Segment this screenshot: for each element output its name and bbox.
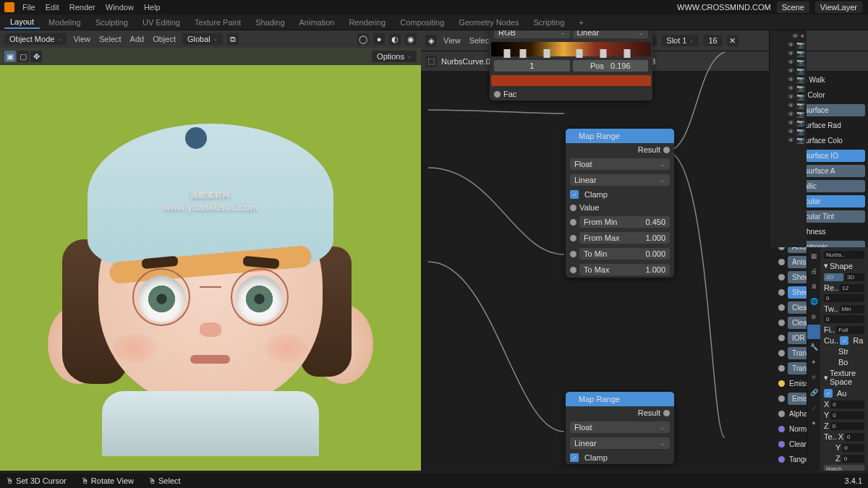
eye[interactable]: 👁 bbox=[788, 119, 794, 127]
cam[interactable]: 📷 bbox=[796, 67, 804, 74]
pt-particle[interactable]: ✦ bbox=[807, 355, 820, 369]
viewport-3d[interactable]: Object Mode⌄ View Select Add Object Glob… bbox=[0, 30, 421, 471]
y-f[interactable]: 0 bbox=[830, 411, 864, 419]
sk[interactable] bbox=[778, 259, 785, 265]
sk[interactable] bbox=[778, 335, 785, 341]
sock-fmax[interactable] bbox=[570, 235, 576, 241]
tab-layout[interactable]: Layout bbox=[4, 16, 40, 29]
eye[interactable]: 👁 bbox=[788, 67, 794, 74]
cam[interactable]: 📷 bbox=[796, 111, 804, 118]
outliner[interactable]: 👁▾ 👁📷 👁📷 👁📷 👁📷 👁📷 👁📷 👁📷 👁📷 👁📷 👁📷 👁📷 👁📷 bbox=[769, 30, 807, 247]
pt-physics[interactable]: ⚛ bbox=[807, 370, 820, 385]
eye[interactable]: 👁 bbox=[788, 76, 794, 83]
tab-rendering[interactable]: Rendering bbox=[343, 17, 391, 28]
pt-render[interactable]: ▦ bbox=[807, 249, 820, 263]
shading-solid-icon[interactable]: ● bbox=[373, 33, 385, 45]
pt-data[interactable]: ⟋ bbox=[807, 401, 820, 415]
ne-snap-dd[interactable]: 16 bbox=[703, 35, 722, 46]
tab-scripting[interactable]: Scripting bbox=[527, 17, 570, 28]
sec-tex[interactable]: ▾ Texture Space bbox=[822, 367, 866, 388]
pt-constraint[interactable]: 🔗 bbox=[807, 385, 820, 400]
btn-3d[interactable]: 3D bbox=[845, 273, 864, 281]
to-max[interactable]: To Max1.000 bbox=[579, 264, 670, 275]
pt-mat[interactable]: ● bbox=[807, 416, 820, 430]
from-max[interactable]: From Max1.000 bbox=[579, 232, 670, 244]
cam[interactable]: 📷 bbox=[796, 93, 804, 100]
tab-animation[interactable]: Animation bbox=[294, 17, 341, 28]
tw-v[interactable]: 0 bbox=[824, 315, 864, 323]
eye[interactable]: 👁 bbox=[788, 59, 794, 66]
ra-chk[interactable]: ✓ bbox=[840, 336, 848, 345]
node-header2[interactable]: ⌄Map Range bbox=[566, 392, 674, 406]
sk[interactable] bbox=[778, 365, 785, 372]
eye[interactable]: 👁 bbox=[788, 111, 794, 118]
cam[interactable]: 📷 bbox=[796, 119, 804, 127]
sk[interactable] bbox=[778, 426, 785, 432]
vp-select[interactable]: Select bbox=[97, 35, 124, 43]
sk[interactable] bbox=[778, 380, 785, 387]
menu-edit[interactable]: Edit bbox=[43, 3, 61, 12]
tab-sculpting[interactable]: Sculpting bbox=[90, 17, 134, 28]
scene-selector[interactable]: Scene bbox=[777, 1, 809, 13]
obj-name[interactable]: Nurbs.. bbox=[824, 251, 864, 259]
eye[interactable]: 👁 bbox=[788, 93, 794, 100]
sk[interactable] bbox=[778, 274, 785, 281]
eye[interactable]: 👁 bbox=[788, 41, 794, 48]
node-map-range-1[interactable]: ⌄Map Range Result Float Linear ✓Clamp Va… bbox=[566, 129, 674, 278]
menu-help[interactable]: Help bbox=[142, 3, 163, 12]
eye[interactable]: 👁 bbox=[788, 102, 794, 109]
from-min[interactable]: From Min0.450 bbox=[579, 216, 670, 228]
pt-view[interactable]: 🖥 bbox=[807, 279, 820, 294]
sk[interactable] bbox=[778, 456, 785, 463]
to-min[interactable]: To Min0.000 bbox=[579, 248, 670, 260]
tab-modeling[interactable]: Modeling bbox=[43, 17, 87, 28]
tz[interactable]: 0 bbox=[842, 455, 864, 463]
ne-slot-dd[interactable]: Slot 1⌄ bbox=[661, 35, 699, 46]
viewlayer-selector[interactable]: ViewLayer bbox=[815, 1, 862, 13]
pos-field[interactable]: Pos 0.196 bbox=[573, 60, 649, 72]
tab-shading[interactable]: Shading bbox=[250, 17, 290, 28]
sk[interactable] bbox=[778, 395, 785, 402]
type2-dd[interactable]: Float bbox=[570, 421, 670, 433]
fac-socket[interactable] bbox=[494, 91, 501, 98]
cam[interactable]: 📷 bbox=[796, 85, 804, 92]
node-editor[interactable]: ◈ View Select Add Node ✓ Use Nodes 📌 Obj… bbox=[421, 30, 868, 471]
editor-type-icon[interactable]: ◈ bbox=[425, 35, 437, 46]
cam[interactable]: 📷 bbox=[796, 76, 804, 83]
tab-add[interactable]: + bbox=[573, 17, 589, 28]
tab-texpaint[interactable]: Texture Paint bbox=[189, 17, 247, 28]
menu-render[interactable]: Render bbox=[67, 3, 98, 12]
cam[interactable]: 📷 bbox=[796, 137, 804, 144]
type-dd[interactable]: Float bbox=[570, 158, 670, 170]
pt-output[interactable]: 🖨 bbox=[807, 264, 820, 278]
ne-view[interactable]: View bbox=[441, 36, 463, 45]
eye[interactable]: 👁 bbox=[788, 85, 794, 92]
ty[interactable]: 0 bbox=[842, 444, 864, 452]
vp-add[interactable]: Add bbox=[128, 35, 147, 43]
clamp2-check[interactable]: ✓ bbox=[570, 453, 579, 462]
sk[interactable] bbox=[778, 304, 785, 311]
z-f[interactable]: 0 bbox=[830, 422, 864, 430]
interp2-dd[interactable]: Linear bbox=[570, 437, 670, 449]
sk[interactable] bbox=[778, 441, 785, 448]
shading-render-icon[interactable]: ◉ bbox=[405, 33, 417, 45]
clamp-check[interactable]: ✓ bbox=[570, 190, 579, 199]
cam[interactable]: 📷 bbox=[796, 41, 804, 48]
ne-close-icon[interactable]: ✕ bbox=[727, 35, 739, 46]
cam[interactable]: 📷 bbox=[796, 59, 804, 66]
menu-window[interactable]: Window bbox=[103, 3, 136, 12]
sock-fmin[interactable] bbox=[570, 219, 576, 226]
snap-toggle-icon[interactable]: ⧉ bbox=[227, 33, 239, 45]
result2-socket[interactable] bbox=[663, 410, 670, 416]
match-btn[interactable]: Match Texture bbox=[824, 465, 864, 471]
obj-icon[interactable]: ⬚ bbox=[425, 56, 437, 67]
pt-mod[interactable]: 🔧 bbox=[807, 340, 820, 354]
sec-shape[interactable]: ▾ Shape bbox=[822, 260, 866, 272]
fill-dd[interactable]: Full bbox=[836, 326, 864, 334]
mode-selector[interactable]: Object Mode⌄ bbox=[4, 33, 67, 45]
node-header[interactable]: ⌄Map Range bbox=[566, 129, 674, 143]
cam[interactable]: 📷 bbox=[796, 102, 804, 109]
gradient-preview[interactable] bbox=[491, 42, 651, 56]
shading-matprev-icon[interactable]: ◐ bbox=[389, 33, 401, 45]
sock-tmin[interactable] bbox=[570, 251, 576, 257]
